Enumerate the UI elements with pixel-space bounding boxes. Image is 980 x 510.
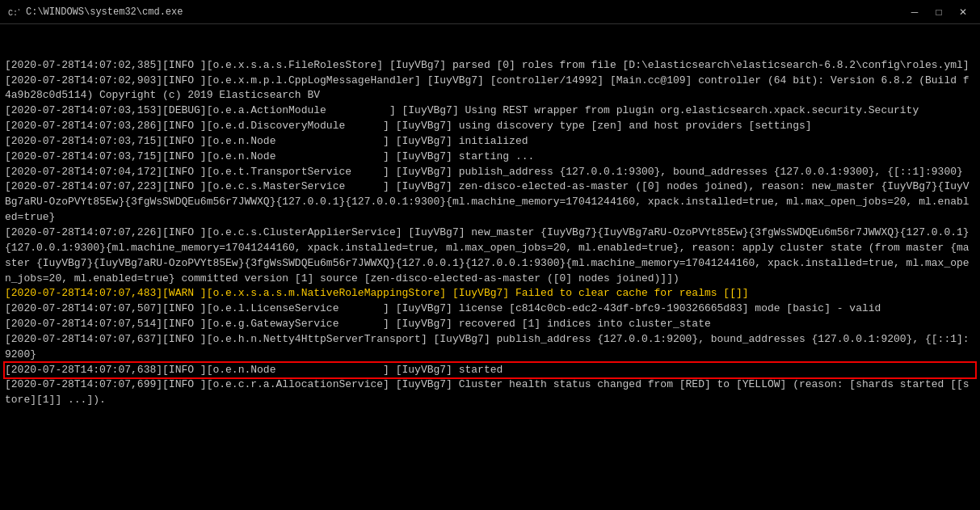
window-title: C:\WINDOWS\system32\cmd.exe <box>26 6 183 18</box>
console-line: [2020-07-28T14:07:07,223][INFO ][o.e.c.s… <box>5 179 975 225</box>
maximize-button[interactable]: □ <box>928 4 949 20</box>
console-line: [2020-07-28T14:07:04,172][INFO ][o.e.t.T… <box>5 165 975 180</box>
console-line: [2020-07-28T14:07:07,638][INFO ][o.e.n.N… <box>5 363 975 378</box>
window-controls: ─ □ ✕ <box>904 4 974 20</box>
cmd-icon: C:\ <box>6 6 19 19</box>
console-output: [2020-07-28T14:07:02,385][INFO ][o.e.x.s… <box>0 24 980 510</box>
console-line: [2020-07-28T14:07:07,226][INFO ][o.e.c.s… <box>5 225 975 286</box>
console-line: [2020-07-28T14:07:03,715][INFO ][o.e.n.N… <box>5 134 975 150</box>
svg-text:C:\: C:\ <box>8 9 19 18</box>
close-button[interactable]: ✕ <box>953 4 974 20</box>
console-line: [2020-07-28T14:07:07,507][INFO ][o.e.l.L… <box>5 301 975 317</box>
titlebar: C:\ C:\WINDOWS\system32\cmd.exe ─ □ ✕ <box>0 0 980 24</box>
console-line: [2020-07-28T14:07:07,514][INFO ][o.e.g.G… <box>5 317 975 332</box>
console-line: [2020-07-28T14:07:02,903][INFO ][o.e.x.m… <box>5 74 975 104</box>
console-line: [2020-07-28T14:07:03,286][INFO ][o.e.d.D… <box>5 119 975 134</box>
console-line: [2020-07-28T14:07:07,483][WARN ][o.e.x.s… <box>5 286 975 301</box>
cmd-window: C:\ C:\WINDOWS\system32\cmd.exe ─ □ ✕ [2… <box>0 0 980 510</box>
console-line: [2020-07-28T14:07:07,637][INFO ][o.e.h.n… <box>5 332 975 363</box>
titlebar-left: C:\ C:\WINDOWS\system32\cmd.exe <box>6 6 183 19</box>
console-line: [2020-07-28T14:07:02,385][INFO ][o.e.x.s… <box>5 58 975 74</box>
console-line: [2020-07-28T14:07:03,153][DEBUG][o.e.a.A… <box>5 103 975 119</box>
minimize-button[interactable]: ─ <box>904 4 925 20</box>
console-line: [2020-07-28T14:07:07,699][INFO ][o.e.c.r… <box>5 377 975 408</box>
console-line: [2020-07-28T14:07:03,715][INFO ][o.e.n.N… <box>5 150 975 165</box>
